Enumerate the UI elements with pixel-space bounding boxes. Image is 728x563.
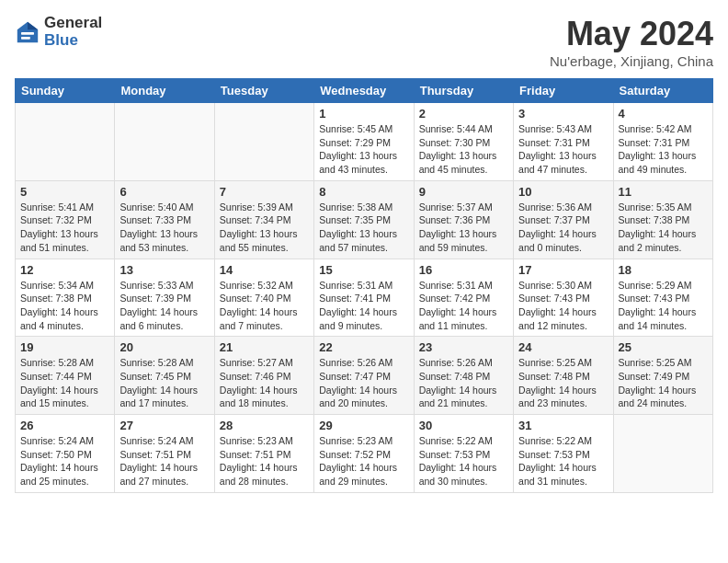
calendar-cell: 7Sunrise: 5:39 AM Sunset: 7:34 PM Daylig…: [214, 180, 313, 259]
day-info: Sunrise: 5:34 AM Sunset: 7:38 PM Dayligh…: [20, 279, 109, 333]
day-info: Sunrise: 5:35 AM Sunset: 7:38 PM Dayligh…: [619, 201, 708, 255]
day-number: 15: [319, 263, 408, 277]
calendar-cell: 15Sunrise: 5:31 AM Sunset: 7:41 PM Dayli…: [314, 259, 414, 337]
day-number: 18: [619, 263, 708, 277]
day-info: Sunrise: 5:44 AM Sunset: 7:30 PM Dayligh…: [419, 122, 508, 177]
day-info: Sunrise: 5:25 AM Sunset: 7:49 PM Dayligh…: [619, 356, 708, 410]
calendar-cell: 16Sunrise: 5:31 AM Sunset: 7:42 PM Dayli…: [414, 259, 513, 337]
title-section: May 2024 Nu'erbage, Xinjiang, China: [550, 15, 713, 69]
day-number: 7: [220, 185, 309, 199]
day-info: Sunrise: 5:24 AM Sunset: 7:50 PM Dayligh…: [20, 434, 109, 488]
day-number: 6: [119, 185, 209, 199]
calendar-cell: 26Sunrise: 5:24 AM Sunset: 7:50 PM Dayli…: [16, 415, 115, 493]
calendar-location: Nu'erbage, Xinjiang, China: [550, 53, 713, 69]
day-number: 10: [518, 185, 608, 199]
day-info: Sunrise: 5:26 AM Sunset: 7:47 PM Dayligh…: [319, 356, 408, 410]
calendar-cell: 27Sunrise: 5:24 AM Sunset: 7:51 PM Dayli…: [115, 415, 214, 493]
day-info: Sunrise: 5:22 AM Sunset: 7:53 PM Dayligh…: [419, 434, 508, 488]
day-info: Sunrise: 5:31 AM Sunset: 7:42 PM Dayligh…: [419, 279, 508, 333]
calendar-cell: 28Sunrise: 5:23 AM Sunset: 7:51 PM Dayli…: [214, 415, 313, 493]
day-number: 30: [419, 419, 508, 432]
day-info: Sunrise: 5:25 AM Sunset: 7:48 PM Dayligh…: [518, 356, 608, 410]
calendar-cell: 19Sunrise: 5:28 AM Sunset: 7:44 PM Dayli…: [16, 337, 115, 415]
weekday-header-wednesday: Wednesday: [314, 79, 414, 103]
calendar-cell: 25Sunrise: 5:25 AM Sunset: 7:49 PM Dayli…: [613, 337, 712, 415]
day-info: Sunrise: 5:28 AM Sunset: 7:45 PM Dayligh…: [119, 356, 209, 410]
calendar-cell: [16, 103, 115, 181]
calendar-cell: 14Sunrise: 5:32 AM Sunset: 7:40 PM Dayli…: [214, 259, 313, 337]
day-info: Sunrise: 5:36 AM Sunset: 7:37 PM Dayligh…: [518, 201, 608, 255]
calendar-cell: 20Sunrise: 5:28 AM Sunset: 7:45 PM Dayli…: [115, 337, 214, 415]
day-number: 20: [119, 340, 209, 354]
calendar-cell: 17Sunrise: 5:30 AM Sunset: 7:43 PM Dayli…: [514, 259, 613, 337]
logo-general-text: General: [44, 15, 102, 32]
day-number: 22: [319, 340, 408, 354]
weekday-header-sunday: Sunday: [16, 79, 115, 103]
calendar-cell: 6Sunrise: 5:40 AM Sunset: 7:33 PM Daylig…: [115, 180, 214, 259]
calendar-cell: 13Sunrise: 5:33 AM Sunset: 7:39 PM Dayli…: [115, 259, 214, 337]
day-number: 2: [419, 107, 508, 121]
calendar-cell: 31Sunrise: 5:22 AM Sunset: 7:53 PM Dayli…: [514, 415, 613, 493]
day-number: 29: [319, 419, 408, 432]
day-number: 8: [319, 185, 408, 199]
day-number: 3: [518, 107, 608, 121]
day-info: Sunrise: 5:42 AM Sunset: 7:31 PM Dayligh…: [619, 122, 708, 177]
weekday-header-tuesday: Tuesday: [214, 79, 313, 103]
page-header: General Blue May 2024 Nu'erbage, Xinjian…: [15, 15, 713, 69]
weekday-header-saturday: Saturday: [613, 79, 712, 103]
day-number: 23: [419, 340, 508, 354]
day-info: Sunrise: 5:24 AM Sunset: 7:51 PM Dayligh…: [119, 434, 209, 488]
calendar-cell: 29Sunrise: 5:23 AM Sunset: 7:52 PM Dayli…: [314, 415, 414, 493]
calendar-cell: 12Sunrise: 5:34 AM Sunset: 7:38 PM Dayli…: [16, 259, 115, 337]
calendar-cell: 18Sunrise: 5:29 AM Sunset: 7:43 PM Dayli…: [613, 259, 712, 337]
calendar-cell: 5Sunrise: 5:41 AM Sunset: 7:32 PM Daylig…: [16, 180, 115, 259]
calendar-cell: [115, 103, 214, 181]
day-number: 11: [619, 185, 708, 199]
day-number: 17: [518, 263, 608, 277]
day-number: 16: [419, 263, 508, 277]
calendar-week-4: 19Sunrise: 5:28 AM Sunset: 7:44 PM Dayli…: [16, 337, 713, 415]
day-info: Sunrise: 5:37 AM Sunset: 7:36 PM Dayligh…: [419, 201, 508, 255]
logo-blue-text: Blue: [44, 32, 102, 50]
calendar-cell: 22Sunrise: 5:26 AM Sunset: 7:47 PM Dayli…: [314, 337, 414, 415]
day-number: 4: [619, 107, 708, 121]
calendar-title: May 2024: [550, 15, 713, 53]
day-number: 26: [20, 419, 109, 432]
day-info: Sunrise: 5:33 AM Sunset: 7:39 PM Dayligh…: [119, 279, 209, 333]
calendar-cell: 2Sunrise: 5:44 AM Sunset: 7:30 PM Daylig…: [414, 103, 513, 181]
logo: General Blue: [15, 15, 102, 49]
calendar-cell: [214, 103, 313, 181]
day-info: Sunrise: 5:28 AM Sunset: 7:44 PM Dayligh…: [20, 356, 109, 410]
day-info: Sunrise: 5:38 AM Sunset: 7:35 PM Dayligh…: [319, 201, 408, 255]
calendar-week-3: 12Sunrise: 5:34 AM Sunset: 7:38 PM Dayli…: [16, 259, 713, 337]
day-number: 13: [119, 263, 209, 277]
day-info: Sunrise: 5:26 AM Sunset: 7:48 PM Dayligh…: [419, 356, 508, 410]
day-info: Sunrise: 5:45 AM Sunset: 7:29 PM Dayligh…: [319, 122, 408, 177]
day-number: 19: [20, 340, 109, 354]
calendar-cell: 4Sunrise: 5:42 AM Sunset: 7:31 PM Daylig…: [613, 103, 712, 181]
calendar-cell: 8Sunrise: 5:38 AM Sunset: 7:35 PM Daylig…: [314, 180, 414, 259]
day-info: Sunrise: 5:39 AM Sunset: 7:34 PM Dayligh…: [220, 201, 309, 255]
svg-marker-1: [28, 21, 38, 29]
calendar-cell: 24Sunrise: 5:25 AM Sunset: 7:48 PM Dayli…: [514, 337, 613, 415]
day-info: Sunrise: 5:32 AM Sunset: 7:40 PM Dayligh…: [220, 279, 309, 333]
day-number: 31: [518, 419, 608, 432]
calendar-week-5: 26Sunrise: 5:24 AM Sunset: 7:50 PM Dayli…: [16, 415, 713, 493]
calendar-week-2: 5Sunrise: 5:41 AM Sunset: 7:32 PM Daylig…: [16, 180, 713, 259]
calendar-table: SundayMondayTuesdayWednesdayThursdayFrid…: [15, 78, 713, 493]
day-number: 14: [220, 263, 309, 277]
day-info: Sunrise: 5:29 AM Sunset: 7:43 PM Dayligh…: [619, 279, 708, 333]
calendar-cell: [613, 415, 712, 493]
calendar-cell: 9Sunrise: 5:37 AM Sunset: 7:36 PM Daylig…: [414, 180, 513, 259]
calendar-cell: 3Sunrise: 5:43 AM Sunset: 7:31 PM Daylig…: [514, 103, 613, 181]
day-number: 21: [220, 340, 309, 354]
day-number: 12: [20, 263, 109, 277]
weekday-header-monday: Monday: [115, 79, 214, 103]
day-number: 9: [419, 185, 508, 199]
day-info: Sunrise: 5:40 AM Sunset: 7:33 PM Dayligh…: [119, 201, 209, 255]
day-info: Sunrise: 5:22 AM Sunset: 7:53 PM Dayligh…: [518, 434, 608, 488]
day-info: Sunrise: 5:30 AM Sunset: 7:43 PM Dayligh…: [518, 279, 608, 333]
day-number: 28: [220, 419, 309, 432]
day-number: 1: [319, 107, 408, 121]
day-info: Sunrise: 5:41 AM Sunset: 7:32 PM Dayligh…: [20, 201, 109, 255]
